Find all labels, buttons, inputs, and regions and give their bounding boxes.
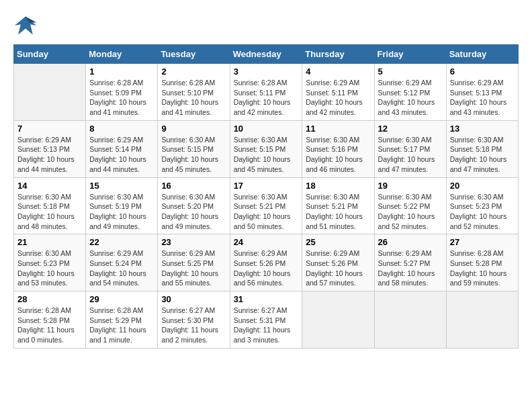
calendar-table: SundayMondayTuesdayWednesdayThursdayFrid… [13, 44, 519, 349]
day-number: 5 [378, 66, 443, 77]
sunset: Sunset: 5:22 PM [378, 202, 431, 210]
calendar-cell: 13 Sunrise: 6:30 AM Sunset: 5:18 PM Dayl… [446, 120, 518, 177]
day-number: 16 [161, 181, 226, 191]
day-info: Sunrise: 6:27 AM Sunset: 5:31 PM Dayligh… [234, 306, 299, 345]
sunset: Sunset: 5:12 PM [378, 89, 431, 97]
calendar-cell [374, 291, 446, 349]
daylight: Daylight: 10 hours and 56 minutes. [234, 269, 291, 287]
sunset: Sunset: 5:16 PM [306, 145, 358, 153]
calendar-cell: 29 Sunrise: 6:28 AM Sunset: 5:29 PM Dayl… [86, 291, 158, 349]
sunrise: Sunrise: 6:29 AM [234, 249, 287, 257]
day-number: 23 [161, 237, 226, 247]
day-info: Sunrise: 6:27 AM Sunset: 5:30 PM Dayligh… [161, 306, 226, 345]
day-info: Sunrise: 6:29 AM Sunset: 5:11 PM Dayligh… [306, 78, 370, 118]
daylight: Daylight: 10 hours and 44 minutes. [89, 155, 146, 173]
calendar-cell: 15 Sunrise: 6:30 AM Sunset: 5:19 PM Dayl… [86, 177, 158, 234]
day-number: 30 [161, 294, 226, 304]
sunrise: Sunrise: 6:30 AM [306, 136, 359, 144]
day-number: 10 [234, 124, 299, 134]
daylight: Daylight: 10 hours and 43 minutes. [450, 98, 507, 116]
daylight: Daylight: 10 hours and 48 minutes. [17, 212, 75, 230]
day-info: Sunrise: 6:29 AM Sunset: 5:14 PM Dayligh… [89, 135, 154, 175]
sunset: Sunset: 5:19 PM [89, 202, 142, 210]
daylight: Daylight: 10 hours and 45 minutes. [161, 155, 218, 173]
day-info: Sunrise: 6:29 AM Sunset: 5:13 PM Dayligh… [17, 135, 82, 175]
sunset: Sunset: 5:11 PM [234, 89, 286, 97]
sunrise: Sunrise: 6:29 AM [161, 249, 215, 257]
sunrise: Sunrise: 6:27 AM [161, 306, 215, 314]
day-info: Sunrise: 6:30 AM Sunset: 5:17 PM Dayligh… [378, 135, 443, 175]
sunset: Sunset: 5:26 PM [306, 259, 358, 267]
daylight: Daylight: 10 hours and 45 minutes. [234, 155, 291, 173]
sunrise: Sunrise: 6:30 AM [378, 136, 432, 144]
day-info: Sunrise: 6:29 AM Sunset: 5:25 PM Dayligh… [161, 248, 226, 288]
day-number: 18 [306, 181, 370, 191]
sunrise: Sunrise: 6:30 AM [378, 193, 432, 201]
daylight: Daylight: 10 hours and 54 minutes. [89, 269, 146, 287]
day-number: 28 [17, 294, 82, 304]
calendar-cell: 2 Sunrise: 6:28 AM Sunset: 5:10 PM Dayli… [158, 64, 230, 121]
day-number: 27 [450, 237, 515, 247]
sunrise: Sunrise: 6:30 AM [306, 193, 359, 201]
sunrise: Sunrise: 6:29 AM [89, 249, 143, 257]
sunrise: Sunrise: 6:29 AM [450, 79, 504, 87]
day-info: Sunrise: 6:28 AM Sunset: 5:11 PM Dayligh… [234, 78, 299, 118]
sunset: Sunset: 5:21 PM [234, 202, 286, 210]
daylight: Daylight: 10 hours and 44 minutes. [17, 155, 75, 173]
sunset: Sunset: 5:27 PM [378, 259, 431, 267]
sunset: Sunset: 5:14 PM [89, 145, 142, 153]
day-number: 17 [234, 181, 299, 191]
daylight: Daylight: 10 hours and 51 minutes. [306, 212, 363, 230]
sunrise: Sunrise: 6:30 AM [161, 136, 215, 144]
sunrise: Sunrise: 6:30 AM [450, 193, 504, 201]
calendar-cell [446, 291, 518, 349]
sunset: Sunset: 5:11 PM [306, 89, 358, 97]
day-number: 29 [89, 294, 154, 304]
calendar-cell: 22 Sunrise: 6:29 AM Sunset: 5:24 PM Dayl… [86, 234, 158, 291]
day-info: Sunrise: 6:30 AM Sunset: 5:15 PM Dayligh… [161, 135, 226, 175]
day-info: Sunrise: 6:30 AM Sunset: 5:18 PM Dayligh… [17, 192, 82, 232]
sunrise: Sunrise: 6:29 AM [378, 249, 432, 257]
weekday-row: SundayMondayTuesdayWednesdayThursdayFrid… [14, 45, 519, 64]
day-number: 21 [17, 237, 82, 247]
daylight: Daylight: 10 hours and 49 minutes. [161, 212, 218, 230]
day-info: Sunrise: 6:29 AM Sunset: 5:24 PM Dayligh… [89, 248, 154, 288]
calendar-cell: 1 Sunrise: 6:28 AM Sunset: 5:09 PM Dayli… [86, 64, 158, 121]
calendar-week-row: 7 Sunrise: 6:29 AM Sunset: 5:13 PM Dayli… [14, 120, 519, 177]
sunrise: Sunrise: 6:28 AM [17, 306, 71, 314]
calendar-cell: 8 Sunrise: 6:29 AM Sunset: 5:14 PM Dayli… [86, 120, 158, 177]
calendar-cell [14, 64, 86, 121]
calendar-week-row: 28 Sunrise: 6:28 AM Sunset: 5:28 PM Dayl… [14, 291, 519, 349]
daylight: Daylight: 10 hours and 47 minutes. [378, 155, 435, 173]
daylight: Daylight: 11 hours and 2 minutes. [161, 326, 218, 344]
sunrise: Sunrise: 6:29 AM [17, 136, 71, 144]
daylight: Daylight: 10 hours and 43 minutes. [378, 98, 435, 116]
day-number: 4 [306, 66, 370, 77]
calendar-cell: 11 Sunrise: 6:30 AM Sunset: 5:16 PM Dayl… [302, 120, 374, 177]
day-number: 3 [234, 66, 299, 77]
sunset: Sunset: 5:15 PM [161, 145, 214, 153]
sunset: Sunset: 5:21 PM [306, 202, 358, 210]
day-number: 11 [306, 124, 370, 134]
calendar-cell: 19 Sunrise: 6:30 AM Sunset: 5:22 PM Dayl… [374, 177, 446, 234]
calendar-cell: 6 Sunrise: 6:29 AM Sunset: 5:13 PM Dayli… [446, 64, 518, 121]
day-info: Sunrise: 6:30 AM Sunset: 5:23 PM Dayligh… [17, 248, 82, 288]
day-info: Sunrise: 6:29 AM Sunset: 5:26 PM Dayligh… [306, 248, 370, 288]
daylight: Daylight: 10 hours and 50 minutes. [234, 212, 291, 230]
sunset: Sunset: 5:30 PM [161, 316, 214, 324]
day-number: 19 [378, 181, 443, 191]
day-number: 31 [234, 294, 299, 304]
day-info: Sunrise: 6:28 AM Sunset: 5:29 PM Dayligh… [89, 306, 154, 345]
day-number: 24 [234, 237, 299, 247]
calendar-week-row: 21 Sunrise: 6:30 AM Sunset: 5:23 PM Dayl… [14, 234, 519, 291]
logo [13, 13, 40, 38]
sunrise: Sunrise: 6:30 AM [234, 193, 287, 201]
day-number: 22 [89, 237, 154, 247]
weekday-header: Sunday [14, 45, 86, 64]
daylight: Daylight: 10 hours and 57 minutes. [306, 269, 363, 287]
calendar-cell: 17 Sunrise: 6:30 AM Sunset: 5:21 PM Dayl… [230, 177, 302, 234]
daylight: Daylight: 10 hours and 52 minutes. [450, 212, 507, 230]
weekday-header: Tuesday [158, 45, 230, 64]
sunrise: Sunrise: 6:30 AM [17, 193, 71, 201]
sunrise: Sunrise: 6:30 AM [234, 136, 287, 144]
